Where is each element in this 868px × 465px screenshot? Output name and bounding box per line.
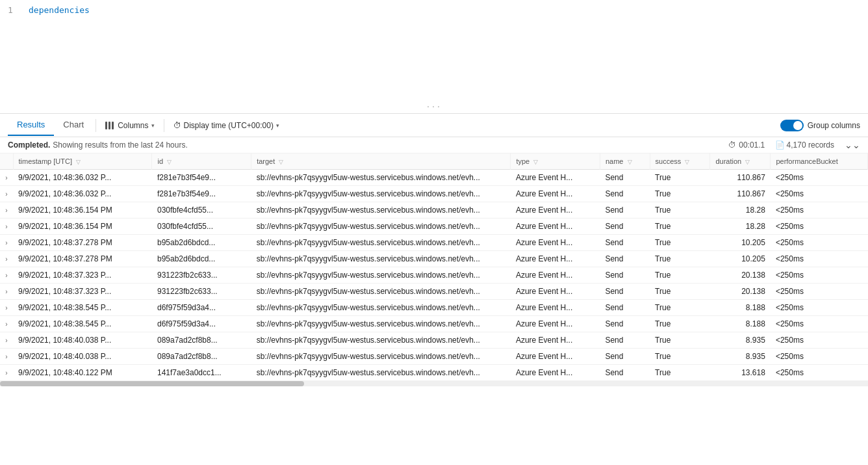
clock-icon: ⏱ <box>173 121 181 130</box>
col-success[interactable]: success ▽ <box>650 153 710 170</box>
row-expand-3[interactable]: › <box>0 219 13 235</box>
cell-target-4: sb://evhns-pk7qsyygvl5uw-westus.serviceb… <box>251 235 511 251</box>
row-expand-7[interactable]: › <box>0 284 13 300</box>
col-id-label: id <box>157 157 163 165</box>
cell-name-3: Send <box>600 219 650 235</box>
cell-id-11: 089a7ad2cf8b8... <box>152 349 251 365</box>
cell-target-11: sb://evhns-pk7qsyygvl5uw-westus.serviceb… <box>251 349 511 365</box>
cell-id-5: b95ab2d6bdcd... <box>152 251 251 267</box>
group-columns-toggle[interactable] <box>780 120 804 131</box>
table-row[interactable]: › 9/9/2021, 10:48:36.154 PM 030fbfe4cfd5… <box>0 219 868 235</box>
cell-type-6: Azure Event H... <box>511 267 600 284</box>
display-time-chevron-icon: ▾ <box>276 122 279 129</box>
cell-performance-bucket-7: <250ms <box>771 284 868 300</box>
cell-success-2: True <box>650 202 710 219</box>
cell-type-0: Azure Event H... <box>511 170 600 186</box>
display-time-button[interactable]: ⏱ Display time (UTC+00:00) ▾ <box>167 118 286 133</box>
records-wrapper: 📄 4,170 records <box>775 140 834 150</box>
query-editor[interactable]: 1 dependencies ··· <box>0 0 868 114</box>
col-performance-bucket[interactable]: performanceBucket <box>771 153 868 170</box>
resize-handle[interactable]: ··· <box>426 103 442 111</box>
col-id[interactable]: id ▽ <box>152 153 251 170</box>
table-row[interactable]: › 9/9/2021, 10:48:36.032 P... f281e7b3f5… <box>0 186 868 202</box>
col-expand <box>0 153 13 170</box>
expand-icon[interactable]: ⌄⌄ <box>845 140 860 150</box>
row-expand-11[interactable]: › <box>0 349 13 365</box>
query-text: dependencies <box>29 5 90 15</box>
cell-id-3: 030fbfe4cfd55... <box>152 219 251 235</box>
table-row[interactable]: › 9/9/2021, 10:48:37.323 P... 931223fb2c… <box>0 284 868 300</box>
duration-filter-icon[interactable]: ▽ <box>745 159 750 165</box>
row-expand-8[interactable]: › <box>0 300 13 316</box>
cell-success-5: True <box>650 251 710 267</box>
table-row[interactable]: › 9/9/2021, 10:48:37.323 P... 931223fb2c… <box>0 267 868 284</box>
columns-label: Columns <box>118 121 148 130</box>
cell-performance-bucket-3: <250ms <box>771 219 868 235</box>
cell-type-2: Azure Event H... <box>511 202 600 219</box>
status-left: Completed. Showing results from the last… <box>8 140 188 150</box>
cell-timestamp-5: 9/9/2021, 10:48:37.278 PM <box>13 251 152 267</box>
col-duration-label: duration <box>715 157 741 165</box>
table-row[interactable]: › 9/9/2021, 10:48:38.545 P... d6f975f59d… <box>0 316 868 332</box>
toolbar-divider-1 <box>96 119 96 132</box>
row-expand-4[interactable]: › <box>0 235 13 251</box>
cell-timestamp-3: 9/9/2021, 10:48:36.154 PM <box>13 219 152 235</box>
id-filter-icon[interactable]: ▽ <box>167 159 172 165</box>
group-columns-label: Group columns <box>808 121 860 130</box>
cell-performance-bucket-5: <250ms <box>771 251 868 267</box>
cell-success-1: True <box>650 186 710 202</box>
cell-name-7: Send <box>600 284 650 300</box>
col-duration[interactable]: duration ▽ <box>710 153 771 170</box>
cell-id-7: 931223fb2c633... <box>152 284 251 300</box>
row-expand-9[interactable]: › <box>0 316 13 332</box>
horizontal-scrollbar[interactable] <box>0 381 868 386</box>
cell-name-4: Send <box>600 235 650 251</box>
cell-type-5: Azure Event H... <box>511 251 600 267</box>
cell-duration-6: 20.138 <box>710 267 771 284</box>
type-filter-icon[interactable]: ▽ <box>533 159 538 165</box>
table-row[interactable]: › 9/9/2021, 10:48:40.038 P... 089a7ad2cf… <box>0 332 868 349</box>
row-expand-1[interactable]: › <box>0 186 13 202</box>
col-type[interactable]: type ▽ <box>511 153 600 170</box>
cell-timestamp-11: 9/9/2021, 10:48:40.038 P... <box>13 349 152 365</box>
cell-timestamp-8: 9/9/2021, 10:48:38.545 P... <box>13 300 152 316</box>
table-row[interactable]: › 9/9/2021, 10:48:40.038 P... 089a7ad2cf… <box>0 349 868 365</box>
row-expand-6[interactable]: › <box>0 267 13 284</box>
columns-button[interactable]: Columns ▾ <box>99 118 160 133</box>
row-expand-12[interactable]: › <box>0 365 13 381</box>
table-row[interactable]: › 9/9/2021, 10:48:40.122 PM 141f7ae3a0dc… <box>0 365 868 381</box>
tab-chart[interactable]: Chart <box>54 114 93 136</box>
cell-performance-bucket-11: <250ms <box>771 349 868 365</box>
table-row[interactable]: › 9/9/2021, 10:48:37.278 PM b95ab2d6bdcd… <box>0 235 868 251</box>
row-expand-10[interactable]: › <box>0 332 13 349</box>
timestamp-filter-icon[interactable]: ▽ <box>76 159 81 165</box>
columns-chevron-icon: ▾ <box>151 122 155 129</box>
results-toolbar: Results Chart Columns ▾ ⏱ Display time (… <box>0 114 868 137</box>
table-row[interactable]: › 9/9/2021, 10:48:36.154 PM 030fbfe4cfd5… <box>0 202 868 219</box>
cell-name-11: Send <box>600 349 650 365</box>
horizontal-scrollbar-thumb[interactable] <box>0 381 304 386</box>
col-target-label: target <box>257 157 275 165</box>
tab-results[interactable]: Results <box>8 114 54 136</box>
cell-type-4: Azure Event H... <box>511 235 600 251</box>
row-expand-2[interactable]: › <box>0 202 13 219</box>
status-description: Showing results from the last 24 hours. <box>53 140 187 150</box>
name-filter-icon[interactable]: ▽ <box>628 159 632 165</box>
table-row[interactable]: › 9/9/2021, 10:48:38.545 P... d6f975f59d… <box>0 300 868 316</box>
row-expand-5[interactable]: › <box>0 251 13 267</box>
target-filter-icon[interactable]: ▽ <box>279 159 283 165</box>
row-expand-0[interactable]: › <box>0 170 13 186</box>
cell-type-10: Azure Event H... <box>511 332 600 349</box>
col-target[interactable]: target ▽ <box>251 153 511 170</box>
cell-success-4: True <box>650 235 710 251</box>
cell-id-4: b95ab2d6bdcd... <box>152 235 251 251</box>
table-row[interactable]: › 9/9/2021, 10:48:36.032 P... f281e7b3f5… <box>0 170 868 186</box>
table-row[interactable]: › 9/9/2021, 10:48:37.278 PM b95ab2d6bdcd… <box>0 251 868 267</box>
cell-duration-9: 8.188 <box>710 316 771 332</box>
cell-type-1: Azure Event H... <box>511 186 600 202</box>
success-filter-icon[interactable]: ▽ <box>685 159 689 165</box>
results-table-container[interactable]: timestamp [UTC] ▽ id ▽ target ▽ type ▽ n… <box>0 153 868 463</box>
col-name[interactable]: name ▽ <box>600 153 650 170</box>
cell-duration-10: 8.935 <box>710 332 771 349</box>
col-timestamp[interactable]: timestamp [UTC] ▽ <box>13 153 152 170</box>
